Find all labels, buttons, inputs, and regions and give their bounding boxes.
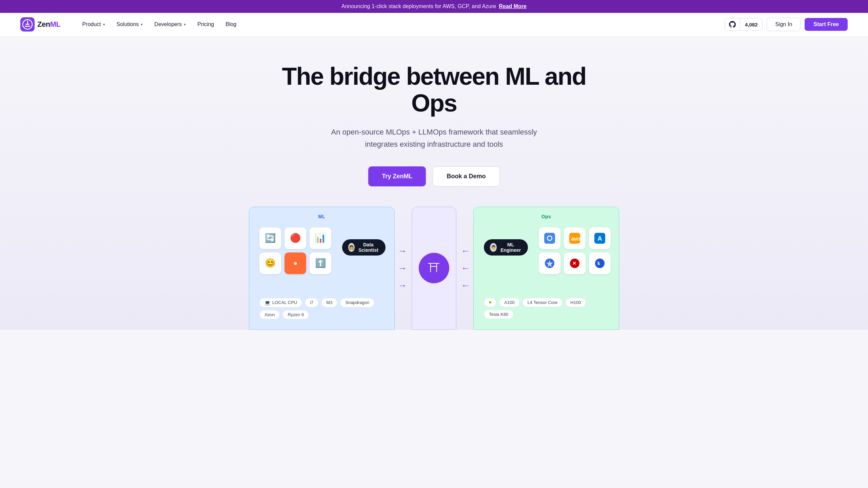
start-free-button[interactable]: Start Free — [805, 18, 848, 31]
data-scientist-avatar: 👩 — [348, 243, 355, 252]
arrow-right-1: → — [398, 246, 407, 256]
logo-text: ZenML — [37, 20, 60, 29]
ml-tool-icon-1: 🔄 — [259, 227, 281, 249]
nav-right: 4,082 Sign In Start Free — [725, 18, 848, 31]
ops-tool-icon-5: ✕ — [564, 252, 586, 274]
hero-section: The bridge between ML and Ops An open-so… — [0, 36, 868, 330]
arrow-left-3: ← — [461, 280, 470, 291]
nav-solutions[interactable]: Solutions ▾ — [112, 19, 148, 30]
chip-tesla: Tesla K80 — [484, 310, 513, 319]
chip-a100: A100 — [499, 298, 519, 307]
svg-text:aws: aws — [571, 236, 580, 241]
try-zenml-button[interactable]: Try ZenML — [368, 166, 426, 186]
svg-rect-3 — [25, 26, 30, 27]
arrow-right-3: → — [398, 280, 407, 291]
chip-xeon: Xeon — [259, 310, 280, 319]
diagram-section: ML 🔄 🔴 📊 😊 ● ⬆️ — [251, 207, 617, 330]
zenml-center-logo: ⛩ — [419, 253, 449, 283]
github-icon — [725, 18, 740, 30]
ops-tool-icon-3: A — [589, 227, 611, 249]
torii-icon: ⛩ — [428, 261, 440, 275]
ml-tool-icon-5: ● — [284, 252, 306, 274]
hero-subtitle: An open-source MLOps + LLMOps framework … — [326, 126, 542, 150]
ml-label: ML — [256, 214, 388, 219]
navbar: ZenML Product ▾ Solutions ▾ Developers ▾… — [0, 13, 868, 36]
nvidia-icon: ■ — [489, 300, 491, 305]
nav-links: Product ▾ Solutions ▾ Developers ▾ Prici… — [77, 19, 711, 30]
ml-engineer-chip: 👨 ML Engineer — [484, 239, 528, 256]
center-panel: ⛩ — [412, 207, 456, 330]
data-scientist-label: Data Scientist — [357, 242, 380, 253]
ml-chips-row: 💻 LOCAL CPU i7 M3 Snapdragon Xeon Ryzen … — [256, 294, 388, 323]
chip-nvidia: ■ — [484, 298, 496, 307]
chip-i7: i7 — [305, 298, 318, 307]
ml-tool-icon-2: 🔴 — [284, 227, 306, 249]
announcement-cta[interactable]: Read More — [499, 3, 527, 9]
ops-label: Ops — [480, 214, 612, 219]
svg-text:✕: ✕ — [572, 261, 576, 266]
ml-engineer-label: ML Engineer — [499, 242, 522, 253]
announcement-bar: Announcing 1-click stack deployments for… — [0, 0, 868, 13]
ops-tool-icon-1 — [539, 227, 560, 249]
github-button[interactable]: 4,082 — [725, 18, 763, 31]
book-demo-button[interactable]: Book a Demo — [433, 166, 499, 186]
ops-tool-icon-2: aws — [564, 227, 586, 249]
ops-tool-icon-4 — [539, 252, 560, 274]
data-scientist-chip: 👩 Data Scientist — [342, 239, 386, 256]
chip-m3: M3 — [321, 298, 337, 307]
svg-text:A: A — [597, 235, 602, 242]
ml-tool-icon-3: 📊 — [310, 227, 331, 249]
svg-point-7 — [548, 236, 552, 240]
ops-chips-row: ■ A100 L4 Tensor Core H100 Tesla K80 — [480, 294, 612, 322]
logo-icon — [20, 17, 35, 32]
chip-snapdragon: Snapdragon — [340, 298, 374, 307]
sign-in-button[interactable]: Sign In — [767, 18, 801, 31]
arrows-right: ← ← ← — [458, 207, 473, 330]
ml-engineer-avatar: 👨 — [490, 243, 497, 252]
ml-panel: ML 🔄 🔴 📊 😊 ● ⬆️ — [249, 207, 395, 330]
nav-product[interactable]: Product ▾ — [77, 19, 110, 30]
nav-blog[interactable]: Blog — [221, 19, 241, 30]
logo[interactable]: ZenML — [20, 17, 60, 32]
cpu-icon: 💻 — [264, 300, 270, 305]
chip-h100: H100 — [565, 298, 586, 307]
arrow-left-1: ← — [461, 246, 470, 256]
chevron-down-icon: ▾ — [184, 22, 186, 27]
arrow-left-2: ← — [461, 263, 470, 273]
arrow-right-2: → — [398, 263, 407, 273]
chevron-down-icon: ▾ — [141, 22, 143, 27]
hero-heading: The bridge between ML and Ops — [281, 63, 587, 117]
ml-tool-icon-4: 😊 — [259, 252, 281, 274]
chevron-down-icon: ▾ — [103, 22, 105, 27]
nav-developers[interactable]: Developers ▾ — [150, 19, 191, 30]
chip-l4: L4 Tensor Core — [522, 298, 563, 307]
ops-panel: Ops 👨 ML Engineer aws — [473, 207, 619, 330]
ops-tool-icon-6: k — [589, 252, 611, 274]
nav-pricing[interactable]: Pricing — [193, 19, 219, 30]
chip-ryzen: Ryzen 9 — [282, 310, 309, 319]
svg-text:k: k — [597, 261, 600, 266]
github-count: 4,082 — [740, 19, 763, 30]
chip-local-cpu: 💻 LOCAL CPU — [259, 298, 302, 307]
ml-tool-icon-6: ⬆️ — [310, 252, 331, 274]
hero-buttons: Try ZenML Book a Demo — [14, 166, 854, 186]
arrows-left: → → → — [395, 207, 410, 330]
announcement-text: Announcing 1-click stack deployments for… — [341, 3, 496, 9]
svg-rect-4 — [27, 21, 28, 24]
